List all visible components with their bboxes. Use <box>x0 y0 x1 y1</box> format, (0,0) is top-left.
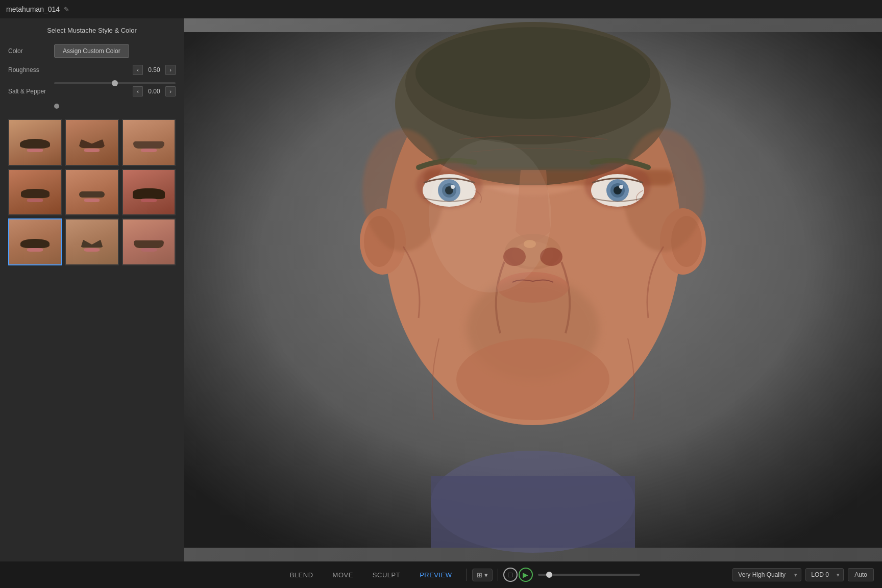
edit-icon[interactable]: ✎ <box>64 6 69 13</box>
svg-rect-4 <box>431 476 635 548</box>
svg-point-37 <box>429 139 551 292</box>
lod-dropdown[interactable]: LOD 0 LOD 1 LOD 2 <box>805 568 844 581</box>
mustache-item-2[interactable] <box>122 119 176 166</box>
color-row: Color Assign Custom Color <box>8 44 176 58</box>
mustache-item-6[interactable] <box>8 218 62 265</box>
svg-point-36 <box>456 338 609 420</box>
salt-pepper-control: ‹ 0.00 › <box>133 86 176 96</box>
roughness-row: Roughness ‹ 0.50 › <box>8 65 176 75</box>
top-bar: metahuman_014 ✎ <box>0 0 882 18</box>
grid-icon: ⊞ <box>477 571 482 579</box>
mustache-item-7[interactable] <box>65 218 118 265</box>
mustache-item-8[interactable] <box>122 218 176 265</box>
lod-dropdown-wrapper: LOD 0 LOD 1 LOD 2 <box>805 568 844 581</box>
salt-pepper-increment[interactable]: › <box>165 86 176 96</box>
salt-pepper-decrement[interactable]: ‹ <box>133 86 143 96</box>
auto-button[interactable]: Auto <box>848 568 874 581</box>
svg-point-28 <box>619 185 623 189</box>
salt-pepper-row: Salt & Pepper ‹ 0.00 › <box>8 86 176 96</box>
toolbar-right: Low Quality Medium Quality High Quality … <box>732 568 874 581</box>
roughness-slider-row <box>8 82 176 84</box>
salt-pepper-label: Salt & Pepper <box>8 88 54 95</box>
svg-point-13 <box>415 27 650 119</box>
quality-dropdown[interactable]: Low Quality Medium Quality High Quality … <box>732 568 801 581</box>
roughness-decrement[interactable]: ‹ <box>133 65 143 75</box>
assign-color-button[interactable]: Assign Custom Color <box>54 44 129 58</box>
toolbar-center: BLEND MOVE SCULPT PREVIEW ⊞ ▾ □ ▶ <box>192 567 732 583</box>
tab-sculpt[interactable]: SCULPT <box>363 567 409 583</box>
tab-preview[interactable]: PREVIEW <box>410 567 461 583</box>
view-mode-button[interactable]: ⊞ ▾ <box>472 569 493 581</box>
color-label: Color <box>8 47 54 55</box>
roughness-thumb[interactable] <box>112 80 118 86</box>
timeline-thumb[interactable] <box>546 572 552 578</box>
play-button[interactable]: ▶ <box>519 568 533 582</box>
left-panel: Select Mustache Style & Color Color Assi… <box>0 18 184 561</box>
separator-1 <box>467 569 467 581</box>
mustache-grid <box>8 119 176 265</box>
bottom-toolbar: BLEND MOVE SCULPT PREVIEW ⊞ ▾ □ ▶ Low Qu… <box>0 561 882 588</box>
salt-pepper-dot <box>54 104 59 109</box>
mustache-item-4[interactable] <box>65 169 118 216</box>
play-icon: ▶ <box>523 571 528 579</box>
face-render <box>184 18 882 561</box>
timeline-track[interactable] <box>538 574 640 576</box>
tab-blend[interactable]: BLEND <box>281 567 323 583</box>
stop-icon: □ <box>508 571 512 579</box>
separator-2 <box>498 569 498 581</box>
quality-dropdown-wrapper: Low Quality Medium Quality High Quality … <box>732 568 801 581</box>
roughness-label: Roughness <box>8 66 54 74</box>
main-area: Select Mustache Style & Color Color Assi… <box>0 18 882 561</box>
face-area <box>184 18 882 561</box>
view-chevron: ▾ <box>484 571 488 579</box>
roughness-value: 0.50 <box>146 66 162 74</box>
mustache-item-1[interactable] <box>65 119 118 166</box>
roughness-control: ‹ 0.50 › <box>133 65 176 75</box>
roughness-increment[interactable]: › <box>165 65 176 75</box>
mustache-item-0[interactable] <box>8 119 62 166</box>
panel-title: Select Mustache Style & Color <box>8 27 176 34</box>
mustache-item-5[interactable] <box>122 169 176 216</box>
stop-button[interactable]: □ <box>503 568 518 582</box>
salt-pepper-value: 0.00 <box>146 88 162 95</box>
roughness-track[interactable] <box>54 82 176 84</box>
tab-move[interactable]: MOVE <box>324 567 362 583</box>
project-title: metahuman_014 <box>6 5 60 13</box>
mustache-item-3[interactable] <box>8 169 62 216</box>
